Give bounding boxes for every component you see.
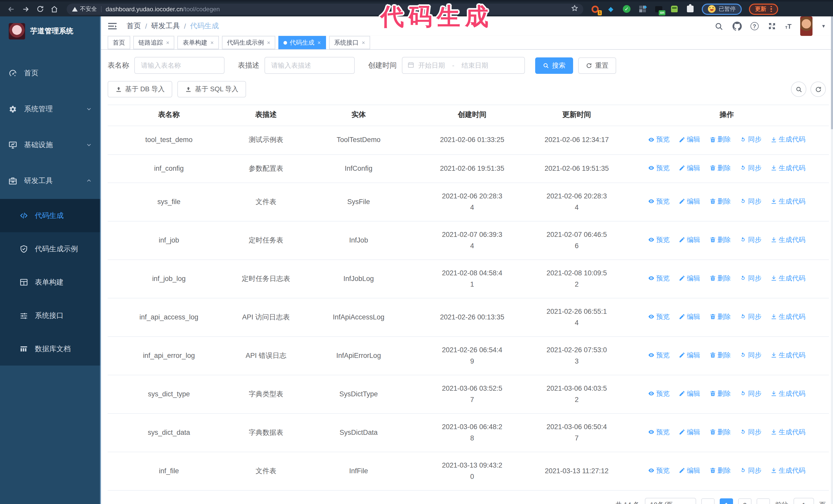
table-row[interactable]: inf_config 参数配置表 InfConfig 2021-02-06 19… <box>108 154 829 183</box>
breadcrumb-devtools[interactable]: 研发工具 <box>151 22 180 31</box>
row-action-link[interactable]: 预览 <box>648 273 669 284</box>
date-range-picker[interactable]: 开始日期 - 结束日期 <box>402 57 525 74</box>
row-action-link[interactable]: 预览 <box>648 234 669 246</box>
sidebar-item-system-api[interactable]: 系统接口 <box>0 299 101 332</box>
row-action-link[interactable]: 同步 <box>740 465 761 476</box>
font-size-icon[interactable]: тT <box>785 22 791 30</box>
table-row[interactable]: inf_job 定时任务表 InfJob 2021-02-07 06:39:34… <box>108 221 829 260</box>
row-action-link[interactable]: 同步 <box>740 234 761 246</box>
row-action-link[interactable]: 生成代码 <box>770 273 805 284</box>
sidebar-item-home[interactable]: 首页 <box>0 55 101 91</box>
row-action-link[interactable]: 编辑 <box>679 465 700 476</box>
table-row[interactable]: tool_test_demo 测试示例表 ToolTestDemo 2021-0… <box>108 126 829 154</box>
db-import-button[interactable]: 基于 DB 导入 <box>108 81 172 97</box>
row-action-link[interactable]: 编辑 <box>679 134 700 145</box>
row-action-link[interactable]: 同步 <box>740 134 761 145</box>
row-action-link[interactable]: 删除 <box>709 427 731 438</box>
row-action-link[interactable]: 同步 <box>740 350 761 361</box>
row-action-link[interactable]: 生成代码 <box>770 350 805 361</box>
table-row[interactable]: sys_file 文件表 SysFile 2021-02-06 20:28:34… <box>108 183 829 221</box>
row-action-link[interactable]: 删除 <box>709 196 731 207</box>
close-tab-icon[interactable]: × <box>267 40 270 46</box>
search-icon[interactable] <box>714 22 723 31</box>
extension-check-icon[interactable]: ✓ <box>622 5 631 13</box>
row-action-link[interactable]: 编辑 <box>679 427 700 438</box>
row-action-link[interactable]: 编辑 <box>679 311 700 322</box>
row-action-link[interactable]: 删除 <box>709 134 731 145</box>
row-action-link[interactable]: 生成代码 <box>770 196 805 207</box>
sidebar-item-db-docs[interactable]: 数据库文档 <box>0 332 101 365</box>
row-action-link[interactable]: 预览 <box>648 196 669 207</box>
view-tab[interactable]: 代码生成示例 × <box>222 36 276 49</box>
row-action-link[interactable]: 生成代码 <box>770 134 805 145</box>
table-row[interactable]: inf_api_access_log API 访问日志表 InfApiAcces… <box>108 298 829 337</box>
prev-page-button[interactable]: ‹ <box>701 498 715 504</box>
user-avatar[interactable] <box>800 17 812 36</box>
row-action-link[interactable]: 生成代码 <box>770 311 805 322</box>
table-row[interactable]: inf_job_log 定时任务日志表 InfJobLog 2021-02-08… <box>108 260 829 298</box>
reset-button[interactable]: 重置 <box>578 57 616 74</box>
row-action-link[interactable]: 删除 <box>709 162 731 173</box>
row-action-link[interactable]: 同步 <box>740 427 761 438</box>
extension-robot-icon[interactable] <box>670 5 679 13</box>
extension-switch-icon[interactable]: on <box>654 5 663 13</box>
page-number-button[interactable]: 2 <box>738 498 752 504</box>
row-action-link[interactable]: 生成代码 <box>770 162 805 173</box>
extension-ccleaner-icon[interactable]: 1 <box>591 5 599 13</box>
sidebar-item-system[interactable]: 系统管理 <box>0 91 101 127</box>
extension-grid-icon[interactable]: ◆ <box>638 5 647 13</box>
row-action-link[interactable]: 生成代码 <box>770 388 805 400</box>
back-icon[interactable] <box>4 3 19 15</box>
hamburger-icon[interactable] <box>108 23 117 30</box>
next-page-button[interactable]: › <box>757 498 770 504</box>
row-action-link[interactable]: 预览 <box>648 134 669 145</box>
row-action-link[interactable]: 预览 <box>648 162 669 173</box>
row-action-link[interactable]: 生成代码 <box>770 234 805 246</box>
security-warning[interactable]: 不安全 <box>72 5 97 13</box>
row-action-link[interactable]: 删除 <box>709 234 731 246</box>
browser-menu-icon[interactable] <box>770 6 772 12</box>
sidebar-item-devtools[interactable]: 研发工具 <box>0 163 101 199</box>
row-action-link[interactable]: 同步 <box>740 273 761 284</box>
row-action-link[interactable]: 生成代码 <box>770 465 805 476</box>
page-scrollbar[interactable] <box>831 17 833 504</box>
home-icon[interactable] <box>47 3 62 15</box>
row-action-link[interactable]: 预览 <box>648 465 669 476</box>
row-action-link[interactable]: 同步 <box>740 196 761 207</box>
row-action-link[interactable]: 删除 <box>709 388 731 400</box>
view-tab[interactable]: 代码生成 × <box>279 36 326 49</box>
sidebar-item-codegen[interactable]: 代码生成 <box>0 199 101 232</box>
view-tab[interactable]: 系统接口 × <box>329 36 371 49</box>
row-action-link[interactable]: 预览 <box>648 350 669 361</box>
row-action-link[interactable]: 删除 <box>709 350 731 361</box>
table-row[interactable]: inf_file 文件表 InfFile 2021-03-13 09:43:20… <box>108 452 829 490</box>
row-action-link[interactable]: 删除 <box>709 311 731 322</box>
search-button[interactable]: 搜索 <box>535 57 573 74</box>
goto-page-input[interactable] <box>793 498 814 504</box>
sql-import-button[interactable]: 基于 SQL 导入 <box>177 81 246 97</box>
forward-icon[interactable] <box>19 3 33 15</box>
reload-icon[interactable] <box>33 3 47 15</box>
app-logo[interactable]: 芋道管理系统 <box>0 17 101 46</box>
avatar-caret-icon[interactable]: ▼ <box>821 24 826 29</box>
refresh-table-button[interactable] <box>810 81 826 97</box>
row-action-link[interactable]: 编辑 <box>679 162 700 173</box>
table-name-input[interactable] <box>134 57 224 74</box>
extension-gem-icon[interactable]: ◆ <box>606 5 615 13</box>
breadcrumb-home[interactable]: 首页 <box>127 22 141 31</box>
close-tab-icon[interactable]: × <box>362 40 365 46</box>
help-icon[interactable]: ? <box>750 22 758 30</box>
view-tab[interactable]: 首页 <box>108 36 130 49</box>
profile-paused-badge[interactable]: 已暂停 <box>702 3 742 15</box>
table-desc-input[interactable] <box>264 57 355 74</box>
page-number-button[interactable]: 1 <box>720 498 733 504</box>
row-action-link[interactable]: 生成代码 <box>770 427 805 438</box>
sidebar-item-codegen-example[interactable]: 代码生成示例 <box>0 232 101 266</box>
page-size-select[interactable]: 10条/页 ▾ <box>645 498 696 504</box>
bookmark-star-icon[interactable] <box>571 4 578 14</box>
row-action-link[interactable]: 删除 <box>709 465 731 476</box>
view-tab[interactable]: 链路追踪 × <box>133 36 174 49</box>
view-tab[interactable]: 表单构建 × <box>177 36 219 49</box>
row-action-link[interactable]: 同步 <box>740 311 761 322</box>
row-action-link[interactable]: 同步 <box>740 162 761 173</box>
